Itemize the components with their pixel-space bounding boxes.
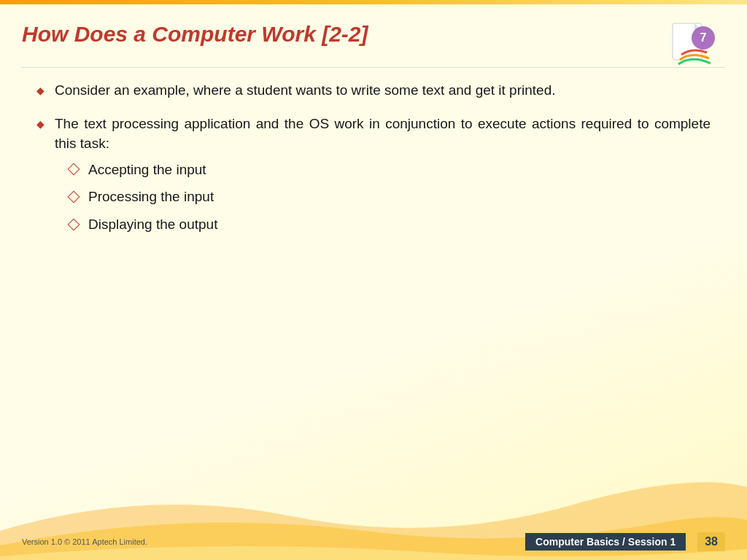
- slide-title: How Does a Computer Work [2-2]: [22, 22, 368, 47]
- sub-list-item: Displaying the output: [69, 214, 711, 235]
- footer: Version 1.0 © 2011 Aptech Limited. Compu…: [0, 524, 747, 560]
- slide: How Does a Computer Work [2-2] 7 ◆: [0, 0, 747, 560]
- main-bullet-list: ◆ Consider an example, where a student w…: [36, 80, 711, 241]
- bullet-icon-1: ◆: [36, 83, 44, 98]
- content-area: ◆ Consider an example, where a student w…: [36, 80, 711, 472]
- footer-page-number: 38: [697, 532, 725, 551]
- sub-bullet-text-2: Processing the input: [88, 187, 214, 207]
- sub-bullet-icon-2: [68, 190, 80, 203]
- logo-area: 7: [667, 22, 725, 73]
- footer-right: Computer Basics / Session 1 38: [525, 532, 725, 551]
- footer-copyright: Version 1.0 © 2011 Aptech Limited.: [22, 537, 147, 546]
- sub-bullet-icon-1: [68, 163, 80, 176]
- sub-bullet-icon-3: [68, 218, 80, 230]
- list-item: ◆ The text processing application and th…: [36, 114, 711, 242]
- bullet-text-1: Consider an example, where a student wan…: [55, 80, 711, 101]
- svg-text:7: 7: [700, 31, 707, 44]
- bullet-text-2: The text processing application and the …: [55, 114, 711, 242]
- sub-bullet-list: Accepting the input Processing the input…: [69, 160, 711, 235]
- title-divider: [22, 67, 725, 68]
- header: How Does a Computer Work [2-2] 7: [0, 7, 747, 80]
- sub-bullet-text-1: Accepting the input: [88, 160, 206, 180]
- top-border: [0, 0, 747, 4]
- sub-list-item: Processing the input: [69, 187, 711, 207]
- footer-course-label: Computer Basics / Session 1: [525, 533, 686, 551]
- sub-list-item: Accepting the input: [69, 160, 711, 180]
- list-item: ◆ Consider an example, where a student w…: [36, 80, 711, 101]
- sub-bullet-text-3: Displaying the output: [88, 214, 217, 235]
- app-logo-icon: 7: [667, 22, 718, 69]
- bullet-icon-2: ◆: [36, 117, 44, 131]
- bullet-text-2-main: The text processing application and the …: [55, 116, 711, 152]
